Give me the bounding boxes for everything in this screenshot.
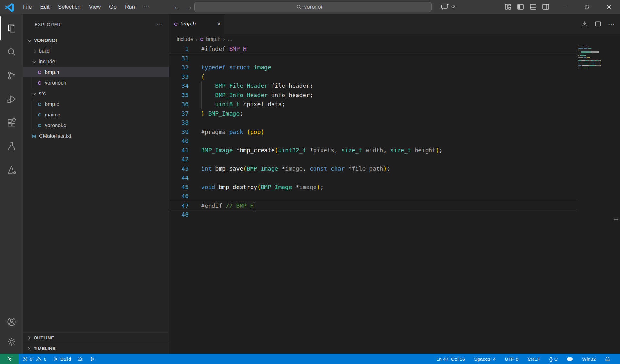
editor-group: C bmp.h × ⋯ include › C bmp [169, 14, 620, 354]
minimize-button[interactable] [554, 0, 576, 14]
gear-icon [7, 337, 16, 347]
settings-button[interactable] [0, 332, 23, 352]
notifications-bell[interactable] [605, 356, 610, 362]
explorer-more-actions[interactable]: ⋯ [157, 21, 163, 28]
activity-explorer[interactable] [0, 16, 23, 40]
back-arrow-icon[interactable]: ← [174, 3, 180, 11]
code-line-44: 44 [169, 173, 577, 183]
tree-item-label: bmp.c [45, 101, 59, 107]
activity-search[interactable] [0, 40, 23, 64]
code-line-41: 41BMP_Image *bmp_create(uint32_t *pixels… [169, 146, 577, 155]
gear-icon [53, 356, 58, 362]
tab-bmp-h[interactable]: C bmp.h × [169, 14, 224, 34]
toggle-primary-sidebar-icon[interactable] [517, 3, 524, 11]
cmake-run-button[interactable] [90, 356, 95, 362]
menu-run[interactable]: Run [121, 2, 139, 12]
search-icon [6, 47, 17, 57]
problems-indicator[interactable]: 0 0 [22, 356, 46, 362]
line-number: 33 [169, 72, 189, 82]
line-number: 38 [169, 118, 189, 127]
activity-source-control[interactable] [0, 64, 23, 87]
editor-more-actions[interactable]: ⋯ [608, 20, 615, 28]
forward-arrow-icon[interactable]: → [186, 3, 192, 11]
copilot-status[interactable] [567, 356, 573, 361]
toggle-panel-icon[interactable] [529, 3, 537, 11]
encoding[interactable]: UTF-8 [505, 356, 519, 362]
line-content: BMP_Info_Header info_header; [201, 91, 313, 100]
scrollbar-thumb-handle[interactable] [614, 219, 618, 220]
command-center-search[interactable] [194, 2, 432, 12]
line-number: 37 [169, 109, 189, 118]
line-number: 41 [169, 146, 189, 155]
eol-sequence[interactable]: CRLF [527, 356, 540, 362]
activity-cmake[interactable] [0, 158, 23, 181]
activity-testing[interactable] [0, 134, 23, 158]
toggle-secondary-sidebar-icon[interactable] [542, 3, 550, 11]
menu-go[interactable]: Go [105, 2, 121, 12]
tree-file-voronoi.c[interactable]: Cvoronoi.c [23, 120, 169, 131]
tab-bar: C bmp.h × ⋯ [169, 14, 620, 34]
accounts-button[interactable] [0, 312, 23, 332]
c-file-icon: C [38, 123, 45, 128]
c-file-icon: C [38, 101, 45, 107]
menu-file[interactable]: File [19, 2, 36, 12]
line-number: 45 [169, 183, 189, 192]
tree-folder-build[interactable]: build [23, 46, 169, 56]
menu-selection[interactable]: Selection [54, 2, 85, 12]
indentation[interactable]: Spaces: 4 [474, 356, 496, 362]
line-number: 32 [169, 63, 189, 72]
remote-indicator[interactable] [0, 354, 18, 364]
outline-label: OUTLINE [34, 335, 54, 340]
code-line-39: 39#pragma pack (pop) [169, 127, 577, 137]
tree-file-main.c[interactable]: Cmain.c [23, 109, 169, 120]
tree-file-bmp.h[interactable]: Cbmp.h [23, 67, 169, 77]
breadcrumb-folder[interactable]: include [177, 36, 193, 42]
close-button[interactable] [598, 0, 620, 14]
menu-view[interactable]: View [85, 2, 105, 12]
breadcrumb-symbol-more[interactable]: … [227, 36, 232, 42]
vscode-window: FileEditSelectionViewGoRun ⋯ ← → [0, 0, 620, 364]
menu-edit[interactable]: Edit [36, 2, 54, 12]
timeline-section-header[interactable]: TIMELINE [23, 343, 169, 354]
line-number: 42 [169, 155, 189, 164]
bug-icon [78, 356, 83, 362]
split-editor-icon[interactable] [594, 20, 602, 27]
download-icon[interactable] [581, 20, 588, 27]
title-bar: FileEditSelectionViewGoRun ⋯ ← → [0, 0, 620, 14]
tree-folder-src[interactable]: src [23, 88, 169, 99]
tree-file-bmp.c[interactable]: Cbmp.c [23, 99, 169, 109]
code-editor[interactable]: 1#ifndef BMP_H 3132typedef struct image3… [169, 45, 620, 354]
code-line-32: 32typedef struct image [169, 63, 577, 72]
line-content: { [201, 72, 205, 82]
chevron-right-icon [27, 336, 30, 339]
language-mode[interactable]: {} C [549, 356, 558, 362]
tree-file-voronoi.h[interactable]: Cvoronoi.h [23, 77, 169, 88]
cmake-build-button[interactable]: Build [53, 356, 71, 362]
cursor-position[interactable]: Ln 47, Col 16 [436, 356, 465, 362]
vscode-logo-icon [5, 2, 14, 12]
breadcrumb-separator: › [196, 36, 198, 43]
tree-folder-include[interactable]: include [23, 56, 169, 67]
restore-button[interactable] [576, 0, 598, 14]
menu-more[interactable]: ⋯ [139, 2, 153, 12]
platform-indicator[interactable]: Win32 [582, 356, 596, 362]
indent-guide [33, 99, 33, 109]
code-line-48: 48 [169, 210, 577, 219]
status-bar: 0 0 Build [0, 354, 620, 364]
indent-guide [33, 67, 33, 77]
c-file-icon: C [38, 69, 45, 75]
tab-close-icon[interactable]: × [217, 20, 221, 28]
search-input[interactable] [304, 4, 330, 10]
tree-folder-voronoi[interactable]: VORONOI [23, 35, 169, 46]
activity-run-debug[interactable] [0, 87, 23, 111]
customize-layout-icon[interactable] [504, 3, 512, 11]
cmake-debug-button[interactable] [78, 356, 83, 362]
line-number: 1 [169, 45, 189, 54]
tree-file-cmakelists.txt[interactable]: MCMakelists.txt [23, 131, 169, 141]
minimap[interactable] [578, 46, 601, 70]
outline-section-header[interactable]: OUTLINE [23, 332, 169, 343]
explorer-title: EXPLORER [35, 22, 157, 27]
activity-extensions[interactable] [0, 111, 23, 134]
copilot-menu[interactable] [441, 3, 454, 11]
breadcrumb-file[interactable]: bmp.h [206, 36, 220, 42]
